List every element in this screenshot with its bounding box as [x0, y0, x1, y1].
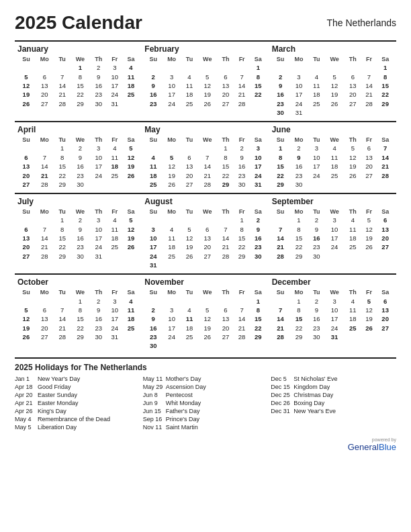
calendar-day: 25	[123, 324, 140, 332]
calendar-day: 18	[181, 324, 197, 332]
calendar-day: 2	[90, 296, 107, 305]
calendar-day: 30	[71, 180, 91, 189]
calendar-day: 7	[54, 72, 71, 81]
calendar-day: 4	[181, 306, 197, 314]
calendar-day: 5	[361, 216, 377, 224]
calendar-day: 17	[324, 314, 345, 323]
calendar-day: 23	[71, 242, 91, 251]
calendar-day: 4	[123, 63, 140, 72]
calendar-day: 12	[361, 306, 377, 314]
day-header: Th	[218, 288, 234, 296]
calendar-day: 20	[181, 171, 197, 179]
calendar-day: 16	[90, 81, 107, 90]
brand-label: GeneralBlue	[348, 442, 396, 452]
calendar-day: 3	[90, 216, 107, 224]
month-name: November	[144, 277, 266, 287]
holiday-item: Jun 8Pentecost	[143, 392, 269, 398]
calendar-day: 30	[289, 180, 308, 189]
calendar-day	[218, 341, 234, 350]
holiday-item: Jun 15Father's Day	[143, 408, 269, 414]
month-name: April	[17, 125, 139, 134]
calendar-day: 28	[54, 99, 71, 108]
day-header: Sa	[377, 55, 394, 63]
calendar-day: 15	[54, 234, 71, 242]
calendar-day: 18	[162, 242, 181, 251]
holidays-grid: Jan 1New Year's DayApr 18Good FridayApr …	[15, 375, 396, 432]
calendar-day: 2	[144, 306, 162, 314]
calendar-day	[250, 261, 267, 269]
calendar-day: 16	[71, 162, 91, 171]
holiday-date: May 11	[143, 375, 163, 382]
calendar-day: 26	[162, 180, 181, 189]
header: 2025 Calendar The Netherlands	[15, 12, 396, 34]
day-header: We	[71, 208, 91, 216]
day-header: Tu	[54, 55, 71, 63]
calendar-day: 1	[272, 144, 289, 152]
calendar-day: 30	[309, 332, 325, 341]
holiday-date: May 4	[15, 416, 35, 423]
holiday-date: Jun 9	[143, 400, 163, 406]
calendar-day: 7	[234, 306, 250, 314]
calendar-day: 27	[197, 252, 218, 261]
holidays-column: Dec 5St Nicholas' EveDec 15Kingdom DayDe…	[271, 375, 396, 432]
calendar-table: SuMoTuWeThFrSa12345678910111213141516171…	[144, 136, 266, 189]
day-header: Sa	[377, 288, 394, 296]
holiday-name: St Nicholas' Eve	[293, 375, 337, 382]
calendar-day: 4	[345, 296, 361, 305]
holiday-name: Remembrance of the Dead	[38, 416, 110, 423]
holiday-date: Sep 16	[143, 416, 163, 423]
calendar-day: 7	[35, 225, 54, 234]
calendar-day	[162, 144, 181, 152]
day-header: Mo	[35, 288, 54, 296]
months-grid: JanuarySuMoTuWeThFrSa1234567891011121314…	[15, 40, 396, 355]
calendar-day: 19	[197, 324, 218, 332]
calendar-day: 25	[123, 90, 140, 99]
calendar-day	[345, 108, 361, 117]
calendar-day: 14	[234, 314, 250, 323]
holiday-date: Nov 11	[143, 424, 163, 431]
calendar-day: 13	[377, 225, 394, 234]
calendar-day	[324, 108, 345, 117]
calendar-day	[345, 180, 361, 189]
calendar-day: 14	[361, 81, 377, 90]
calendar-day	[162, 296, 181, 305]
calendar-day	[181, 341, 197, 350]
calendar-day: 2	[71, 144, 91, 152]
calendar-day: 29	[71, 332, 91, 341]
calendar-day: 1	[71, 63, 91, 72]
calendar-day: 1	[289, 296, 308, 305]
holiday-item: May 4Remembrance of the Dead	[15, 416, 140, 423]
holiday-name: Kingdom Day	[293, 384, 330, 390]
calendar-day: 8	[54, 153, 71, 162]
day-header: Sa	[123, 208, 140, 216]
calendar-day: 22	[54, 171, 71, 179]
month-name: July	[17, 197, 139, 206]
calendar-day	[123, 180, 140, 189]
calendar-day: 3	[107, 296, 123, 305]
holiday-name: Ascension Day	[166, 384, 206, 390]
calendar-day	[17, 144, 35, 152]
day-header: Tu	[309, 288, 325, 296]
day-header: Mo	[162, 136, 181, 144]
calendar-day	[54, 63, 71, 72]
calendar-day	[35, 216, 54, 224]
calendar-day	[17, 296, 35, 305]
day-header: We	[324, 55, 345, 63]
calendar-day	[17, 63, 35, 72]
calendar-day	[272, 216, 289, 224]
calendar-day	[234, 63, 250, 72]
calendar-day: 16	[234, 162, 250, 171]
calendar-day: 28	[234, 332, 250, 341]
calendar-day: 17	[107, 81, 123, 90]
calendar-day: 21	[54, 90, 71, 99]
calendar-day: 30	[272, 108, 289, 117]
calendar-day: 27	[377, 324, 394, 332]
month-block-may: MaySuMoTuWeThFrSa12345678910111213141516…	[142, 121, 269, 193]
holiday-item: Apr 20Easter Sunday	[15, 392, 140, 398]
calendar-day: 8	[234, 225, 250, 234]
day-header: Su	[17, 55, 35, 63]
calendar-day: 20	[345, 90, 361, 99]
calendar-day: 5	[324, 72, 345, 81]
calendar-day: 4	[345, 216, 361, 224]
calendar-table: SuMoTuWeThFrSa12345678910111213141516171…	[144, 55, 266, 108]
